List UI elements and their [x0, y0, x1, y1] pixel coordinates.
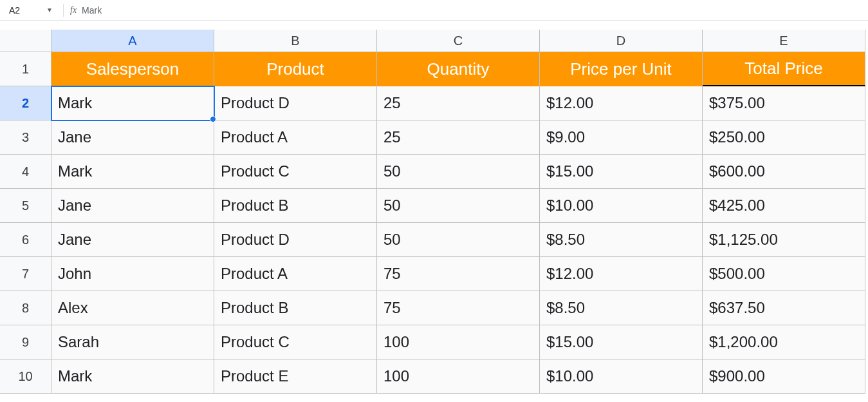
row-header-7[interactable]: 7 — [0, 257, 51, 291]
cell-C9[interactable]: 100 — [377, 325, 540, 359]
cell-B10[interactable]: Product E — [214, 359, 377, 394]
select-all-corner[interactable] — [0, 30, 51, 52]
divider — [63, 4, 64, 17]
row-header-5[interactable]: 5 — [0, 189, 51, 223]
column-header-A[interactable]: A — [51, 30, 214, 52]
cell-E5[interactable]: $425.00 — [703, 189, 865, 223]
row-header-10[interactable]: 10 — [0, 359, 51, 394]
row-header-4[interactable]: 4 — [0, 155, 51, 189]
fx-icon[interactable]: fx — [70, 5, 77, 15]
cell-A5[interactable]: Jane — [51, 189, 214, 223]
cell-A10[interactable]: Mark — [51, 359, 214, 394]
table-header-row: 1 Salesperson Product Quantity Price per… — [0, 52, 868, 86]
dropdown-icon[interactable]: ▼ — [46, 6, 53, 14]
cell-C8[interactable]: 75 — [377, 291, 540, 325]
formula-bar: A2 ▼ fx Mark — [0, 0, 868, 21]
formula-input[interactable]: Mark — [82, 5, 102, 15]
cell-D8[interactable]: $8.50 — [540, 291, 703, 325]
cell-B6[interactable]: Product D — [214, 223, 377, 257]
header-cell-quantity[interactable]: Quantity — [377, 52, 540, 86]
cell-A6[interactable]: Jane — [51, 223, 214, 257]
cell-D4[interactable]: $15.00 — [540, 155, 703, 189]
column-header-B[interactable]: B — [214, 30, 377, 52]
header-cell-total-price[interactable]: Total Price — [703, 52, 865, 86]
cell-B7[interactable]: Product A — [214, 257, 377, 291]
cell-D6[interactable]: $8.50 — [540, 223, 703, 257]
cell-D9[interactable]: $15.00 — [540, 325, 703, 359]
row-header-6[interactable]: 6 — [0, 223, 51, 257]
row-header-1[interactable]: 1 — [0, 52, 51, 86]
spreadsheet-grid: A B C D E 1 Salesperson Product Quantity… — [0, 30, 868, 394]
row-header-8[interactable]: 8 — [0, 291, 51, 325]
cell-A7[interactable]: John — [51, 257, 214, 291]
row-header-3[interactable]: 3 — [0, 120, 51, 155]
header-cell-product[interactable]: Product — [214, 52, 377, 86]
cell-A9[interactable]: Sarah — [51, 325, 214, 359]
cell-B2[interactable]: Product D — [214, 86, 377, 120]
cell-C6[interactable]: 50 — [377, 223, 540, 257]
cell-C7[interactable]: 75 — [377, 257, 540, 291]
table-row: 3 Jane Product A 25 $9.00 $250.00 — [0, 120, 868, 155]
cell-C4[interactable]: 50 — [377, 155, 540, 189]
cell-C2[interactable]: 25 — [377, 86, 540, 120]
cell-E4[interactable]: $600.00 — [703, 155, 865, 189]
cell-A2[interactable]: Mark — [51, 86, 214, 120]
cell-A3[interactable]: Jane — [51, 120, 214, 155]
column-header-C[interactable]: C — [377, 30, 540, 52]
cell-E7[interactable]: $500.00 — [703, 257, 865, 291]
cell-E8[interactable]: $637.50 — [703, 291, 865, 325]
cell-B5[interactable]: Product B — [214, 189, 377, 223]
cell-E3[interactable]: $250.00 — [703, 120, 865, 155]
table-row: 2 Mark Product D 25 $12.00 $375.00 — [0, 86, 868, 120]
row-header-2[interactable]: 2 — [0, 86, 51, 120]
table-row: 8 Alex Product B 75 $8.50 $637.50 — [0, 291, 868, 325]
cell-D5[interactable]: $10.00 — [540, 189, 703, 223]
cell-E6[interactable]: $1,125.00 — [703, 223, 865, 257]
column-header-D[interactable]: D — [540, 30, 703, 52]
cell-D7[interactable]: $12.00 — [540, 257, 703, 291]
table-row: 7 John Product A 75 $12.00 $500.00 — [0, 257, 868, 291]
cell-D3[interactable]: $9.00 — [540, 120, 703, 155]
cell-B9[interactable]: Product C — [214, 325, 377, 359]
cell-A4[interactable]: Mark — [51, 155, 214, 189]
table-row: 10 Mark Product E 100 $10.00 $900.00 — [0, 359, 868, 394]
table-row: 4 Mark Product C 50 $15.00 $600.00 — [0, 155, 868, 189]
cell-D2[interactable]: $12.00 — [540, 86, 703, 120]
row-header-9[interactable]: 9 — [0, 325, 51, 359]
cell-B8[interactable]: Product B — [214, 291, 377, 325]
header-cell-salesperson[interactable]: Salesperson — [51, 52, 214, 86]
header-cell-price-per-unit[interactable]: Price per Unit — [540, 52, 703, 86]
table-row: 5 Jane Product B 50 $10.00 $425.00 — [0, 189, 868, 223]
cell-A8[interactable]: Alex — [51, 291, 214, 325]
table-row: 9 Sarah Product C 100 $15.00 $1,200.00 — [0, 325, 868, 359]
name-box-value: A2 — [9, 5, 20, 15]
column-header-row: A B C D E — [0, 30, 868, 52]
cell-B4[interactable]: Product C — [214, 155, 377, 189]
cell-E2[interactable]: $375.00 — [703, 86, 865, 120]
name-box[interactable]: A2 ▼ — [5, 4, 57, 17]
cell-C3[interactable]: 25 — [377, 120, 540, 155]
table-row: 6 Jane Product D 50 $8.50 $1,125.00 — [0, 223, 868, 257]
cell-E9[interactable]: $1,200.00 — [703, 325, 865, 359]
cell-D10[interactable]: $10.00 — [540, 359, 703, 394]
cell-C5[interactable]: 50 — [377, 189, 540, 223]
column-header-E[interactable]: E — [703, 30, 865, 52]
cell-C10[interactable]: 100 — [377, 359, 540, 394]
cell-B3[interactable]: Product A — [214, 120, 377, 155]
cell-E10[interactable]: $900.00 — [703, 359, 865, 394]
